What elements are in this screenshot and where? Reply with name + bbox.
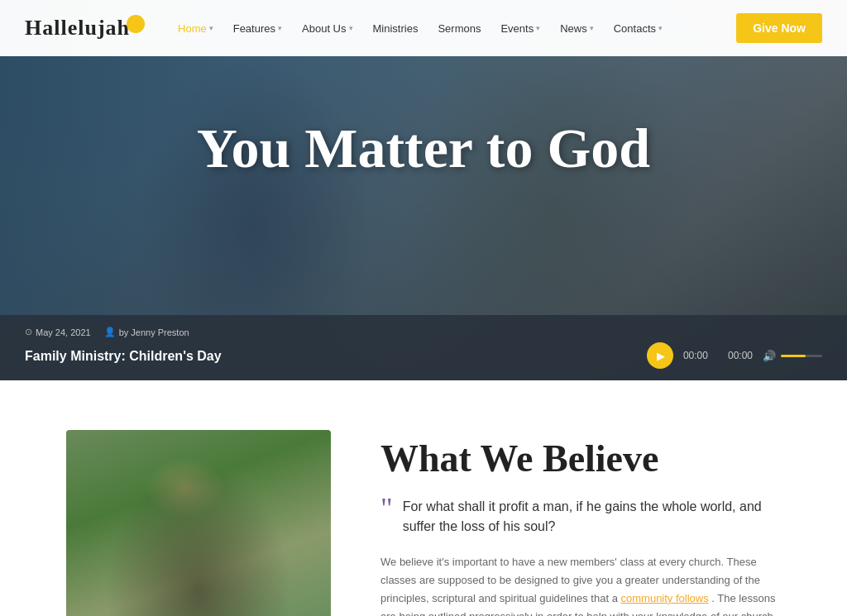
nav-links: Home▾Features▾About Us▾MinistriesSermons… [170, 17, 736, 40]
volume-bar[interactable] [781, 355, 822, 357]
nav-label: News [560, 22, 587, 35]
time-total: 00:00 [728, 350, 753, 361]
nav-item-news[interactable]: News▾ [552, 17, 602, 40]
audio-player: ⊙ May 24, 2021 👤 by Jenny Preston Family… [0, 315, 847, 380]
time-current: 00:00 [683, 350, 708, 361]
highlight-link[interactable]: community follows [621, 592, 709, 604]
nav-label: Sermons [438, 22, 481, 35]
give-now-button[interactable]: Give Now [736, 13, 822, 43]
chevron-down-icon: ▾ [278, 24, 282, 32]
quote-marks: " [380, 494, 393, 523]
play-button[interactable]: ▶ [647, 342, 673, 369]
lower-section: What We Believe " For what shall it prof… [0, 380, 847, 616]
lower-image [66, 430, 331, 616]
volume-fill [781, 355, 806, 357]
nav-label: Events [500, 22, 534, 35]
nav-item-about-us[interactable]: About Us▾ [294, 17, 361, 40]
nav-label: Ministries [373, 22, 419, 35]
hero-section: You Matter to God ⊙ May 24, 2021 👤 by Je… [0, 0, 847, 380]
body-text: We believe it's important to have a new … [380, 553, 781, 616]
audio-controls: ▶ 00:00 00:00 🔊 [647, 342, 822, 369]
nav-item-features[interactable]: Features▾ [225, 17, 290, 40]
quote-text: For what shall it profit a man, if he ga… [403, 497, 781, 537]
hero-title: You Matter to God [0, 116, 847, 181]
audio-meta: ⊙ May 24, 2021 👤 by Jenny Preston [25, 327, 822, 337]
person-icon: 👤 [104, 327, 116, 337]
nav-item-home[interactable]: Home▾ [170, 17, 222, 40]
logo-dot [127, 15, 145, 33]
logo-text: Hallelujah [25, 16, 130, 41]
audio-date: May 24, 2021 [36, 327, 91, 337]
navbar: Hallelujah Home▾Features▾About Us▾Minist… [0, 0, 847, 56]
nav-item-ministries[interactable]: Ministries [365, 17, 427, 40]
nav-label: Features [233, 22, 275, 35]
audio-date-item: ⊙ May 24, 2021 [25, 327, 91, 337]
nav-item-events[interactable]: Events▾ [492, 17, 548, 40]
nav-label: Home [178, 22, 207, 35]
nav-item-contacts[interactable]: Contacts▾ [605, 17, 671, 40]
clock-icon: ⊙ [25, 327, 32, 337]
audio-author-item: 👤 by Jenny Preston [104, 327, 189, 337]
chevron-down-icon: ▾ [536, 24, 540, 32]
chevron-down-icon: ▾ [349, 24, 353, 32]
nav-label: About Us [302, 22, 346, 35]
nav-label: Contacts [614, 22, 656, 35]
chevron-down-icon: ▾ [209, 24, 213, 32]
nav-item-sermons[interactable]: Sermons [429, 17, 489, 40]
volume-icon: 🔊 [763, 350, 776, 362]
volume-area: 🔊 [763, 350, 822, 362]
chevron-down-icon: ▾ [590, 24, 594, 32]
quote-block: " For what shall it profit a man, if he … [380, 497, 781, 537]
audio-author: by Jenny Preston [119, 327, 189, 337]
chevron-down-icon: ▾ [658, 24, 663, 32]
logo[interactable]: Hallelujah [25, 16, 145, 41]
audio-title: Family Ministry: Children's Day [25, 349, 222, 364]
section-title: What We Believe [380, 438, 781, 480]
play-icon: ▶ [657, 350, 665, 362]
lower-content: What We Believe " For what shall it prof… [380, 430, 781, 616]
